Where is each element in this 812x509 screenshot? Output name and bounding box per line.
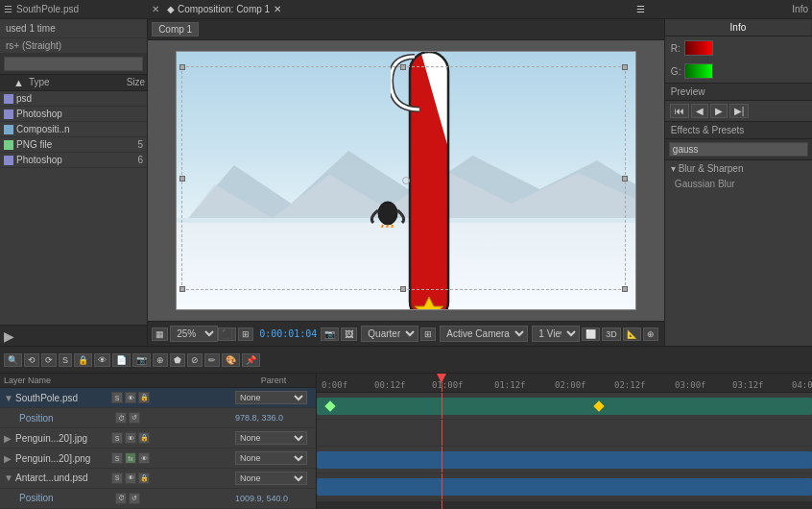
fx-icon[interactable]: fx [125, 452, 136, 464]
expand-btn[interactable]: ▶ [4, 328, 14, 344]
3d-btn[interactable]: 3D [602, 327, 621, 341]
layer-expand-btn[interactable]: ▶ [4, 433, 15, 444]
visibility-eye-icon[interactable]: 👁 [125, 392, 136, 403]
track-row [317, 447, 812, 473]
parent-select[interactable]: None [235, 451, 307, 465]
reset-icon[interactable]: ↺ [129, 493, 140, 504]
transparency-btn[interactable]: ⬜ [582, 327, 600, 341]
layer-row[interactable]: ▼ SouthPole.psd S 👁 🔒 None [0, 388, 316, 408]
track-rows [317, 393, 812, 509]
track-playhead [442, 473, 442, 499]
snapshot-btn[interactable]: 📷 [321, 327, 339, 341]
layer-row[interactable]: ▶ Penguin...20].jpg S 👁 🔒 None [0, 428, 316, 448]
tl-lock-btn[interactable]: 🔒 [74, 353, 92, 367]
timeline-scrollbar[interactable] [317, 501, 812, 509]
prev-play-btn[interactable]: ▶ [710, 104, 728, 118]
grid-btn[interactable]: ⊞ [420, 327, 436, 341]
tl-layer-btn[interactable]: 📄 [112, 353, 131, 367]
lock-icon[interactable]: 🔒 [138, 392, 150, 403]
tl-solo-btn[interactable]: S [59, 353, 72, 367]
comp-viewport[interactable] [148, 40, 664, 321]
layer-name: Antarct...und.psd [15, 473, 111, 483]
project-search-input[interactable] [4, 57, 143, 71]
layer-icon-group: S 👁 🔒 [111, 432, 235, 444]
tl-puppet-btn[interactable]: 📌 [242, 353, 260, 367]
layer-expand-btn[interactable]: ▼ [4, 473, 15, 483]
effects-search-input[interactable] [669, 142, 808, 157]
ruler-btn[interactable]: 📐 [623, 327, 641, 341]
layer-expand-btn[interactable]: ▼ [4, 393, 15, 403]
timeline-header: 🔍 ⟲ ⟳ S 🔒 👁 📄 📷 ⊕ ⬟ ⊘ ✏ 🎨 📌 [0, 347, 812, 374]
lock-icon[interactable]: 🔒 [138, 432, 150, 444]
layer-row[interactable]: Position ⏱ ↺ 1009.9, 540.0 [0, 489, 316, 509]
tl-shape-btn[interactable]: ⬟ [170, 353, 185, 367]
parent-select[interactable]: None [235, 391, 307, 404]
svg-line-17 [391, 225, 393, 228]
tl-pen-btn[interactable]: ✏ [204, 353, 220, 367]
right-panel: Info R: G: Preview ⏮ ◀ ▶ ▶| Effects & Pr… [664, 19, 812, 346]
list-item[interactable]: psd [0, 91, 147, 107]
solo-icon[interactable]: S [111, 473, 123, 484]
tl-search-btn[interactable]: 🔍 [4, 353, 22, 367]
visibility-eye-icon[interactable]: 👁 [125, 473, 136, 484]
project-title: SouthPole.psd [16, 4, 79, 14]
zoom-select[interactable]: 25% [170, 326, 218, 342]
px-aspect-btn[interactable]: ⊞ [238, 327, 253, 341]
layer-row[interactable]: Position ⏱ ↺ 978.8, 336.0 [0, 408, 316, 428]
playhead[interactable] [442, 374, 442, 392]
track-row [317, 420, 812, 447]
list-item[interactable]: Photoshop 6 [0, 153, 147, 168]
tl-null-btn[interactable]: ⊕ [153, 353, 168, 367]
anim-icon[interactable]: ⏱ [115, 412, 127, 424]
camera-select[interactable]: Active Camera [440, 326, 528, 342]
parent-select[interactable]: None [235, 472, 307, 485]
show-hide-btn[interactable]: ▦ [152, 327, 168, 341]
file-type-icon [4, 94, 13, 104]
comp-panel-header: ◆ Composition: Comp 1 ✕ ☰ [163, 4, 649, 14]
gaussian-blur-item[interactable]: Gaussian Blur [665, 177, 812, 191]
visibility-eye-icon[interactable]: 👁 [125, 432, 136, 444]
prev-next-btn[interactable]: ▶| [729, 104, 750, 118]
close-icon[interactable]: ✕ [152, 4, 159, 14]
layer-row[interactable]: ▼ Antarct...und.psd S 👁 🔒 None [0, 469, 316, 489]
lock-icon[interactable]: 🔒 [138, 473, 150, 484]
layer-row[interactable]: ▶ Penguin...20].png S fx 👁 None [0, 448, 316, 469]
quality-select[interactable]: Quarter Half Full [361, 326, 418, 342]
info-tab[interactable]: Info [665, 19, 812, 36]
solo-icon[interactable]: S [111, 432, 123, 444]
anim-icon[interactable]: ⏱ [115, 493, 127, 504]
show-snapshot-btn[interactable]: 🖼 [341, 327, 357, 341]
tl-paint-btn[interactable]: 🎨 [222, 353, 240, 367]
comp-menu-icon[interactable]: ☰ [636, 4, 645, 14]
tl-btn2[interactable]: ⟳ [41, 353, 57, 367]
comp-close-icon[interactable]: ✕ [274, 4, 281, 14]
project-panel-header: ☰ SouthPole.psd ✕ [0, 4, 163, 14]
file-size: 6 [114, 155, 143, 165]
solo-icon[interactable]: S [111, 392, 123, 403]
list-item[interactable]: Compositi..n [0, 122, 147, 137]
solo-icon[interactable]: S [111, 452, 123, 464]
layer-icon-group: ⏱ ↺ [115, 493, 235, 504]
col-type-icon: ▲ [13, 77, 27, 88]
layer-expand-btn[interactable]: ▶ [4, 453, 15, 464]
file-name: Photoshop [16, 155, 114, 165]
prev-back-btn[interactable]: ◀ [691, 104, 708, 118]
list-item[interactable]: PNG file 5 [0, 137, 147, 153]
timeline-tools: 🔍 ⟲ ⟳ S 🔒 👁 📄 📷 ⊕ ⬟ ⊘ ✏ 🎨 📌 [0, 353, 264, 367]
fit-btn[interactable]: ⬛ [218, 327, 236, 341]
guide-btn[interactable]: ⊕ [643, 327, 658, 341]
list-item[interactable]: Photoshop [0, 107, 147, 122]
comp-tab[interactable]: Comp 1 [152, 22, 199, 36]
parent-select[interactable]: None [235, 431, 307, 445]
layer-icon-group: S 👁 🔒 [111, 473, 235, 484]
reset-icon[interactable]: ↺ [129, 412, 140, 424]
tl-btn1[interactable]: ⟲ [24, 353, 39, 367]
visibility-eye-icon[interactable]: 👁 [138, 452, 150, 464]
time-marker: 02:00f [555, 380, 586, 390]
view-select[interactable]: 1 View [532, 326, 580, 342]
blur-sharpen-group[interactable]: ▾ Blur & Sharpen [665, 160, 812, 177]
tl-camera-btn[interactable]: 📷 [132, 353, 151, 367]
tl-adj-btn[interactable]: ⊘ [187, 353, 203, 367]
tl-visibility-btn[interactable]: 👁 [94, 353, 110, 367]
prev-first-btn[interactable]: ⏮ [670, 104, 689, 118]
